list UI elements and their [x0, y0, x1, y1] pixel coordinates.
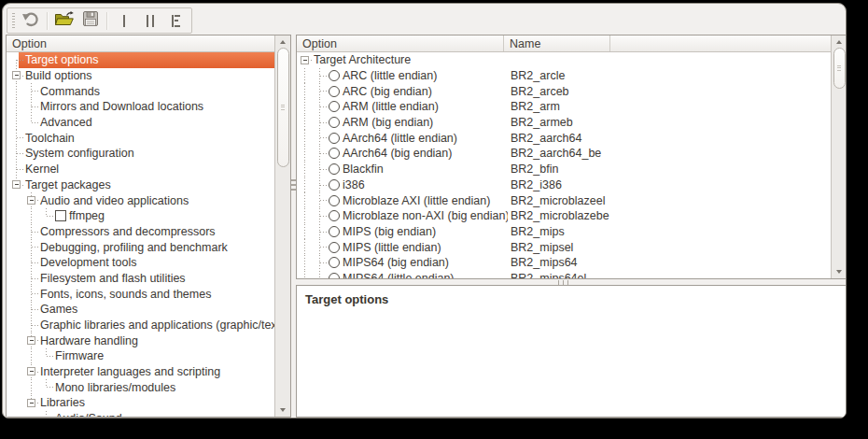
tree-row[interactable]: Fonts, icons, sounds and themes [7, 286, 274, 302]
tree-row[interactable]: ffmpeg [7, 208, 274, 224]
tree-row[interactable]: Compressors and decompressors [7, 224, 274, 240]
radio-icon[interactable] [329, 257, 340, 268]
tree-item-label: Mono libraries/modules [55, 381, 175, 394]
radio-icon[interactable] [329, 210, 340, 221]
tree-row[interactable]: MIPS (big endian)BR2_mips [297, 224, 831, 240]
tree-row[interactable]: ARC (big endian)BR2_arceb [297, 83, 831, 99]
column-header-name[interactable]: Name [504, 35, 610, 51]
full-view-button[interactable] [163, 9, 189, 32]
tree-row[interactable]: Mono libraries/modules [7, 379, 274, 395]
tree-row[interactable]: Microblaze non-AXI (big endian)BR2_micro… [297, 208, 831, 224]
tree-item-label: MIPS64 (little endian) [343, 272, 455, 278]
tree-item-label: ARC (little endian) [343, 69, 437, 82]
checkbox-icon[interactable] [55, 210, 66, 221]
horizontal-splitter[interactable] [558, 280, 571, 285]
tree-row[interactable]: Commands [7, 83, 274, 99]
tree-row[interactable]: MIPS (little endian)BR2_mipsel [297, 239, 831, 255]
save-button[interactable] [77, 9, 103, 32]
radio-icon[interactable] [329, 273, 340, 278]
vertical-splitter[interactable] [291, 179, 296, 192]
single-view-button[interactable] [111, 9, 136, 32]
tree-row[interactable]: AArch64 (big endian)BR2_aarch64_be [297, 146, 831, 162]
load-button[interactable] [51, 9, 77, 32]
tree-row[interactable]: ARM (big endian)BR2_armeb [297, 115, 831, 131]
tree-row[interactable]: Target options [7, 52, 274, 68]
tree-row[interactable]: Debugging, profiling and benchmark [7, 239, 274, 255]
tree-row[interactable]: Games [7, 302, 274, 318]
tree-item-label: ffmpeg [69, 209, 105, 222]
tree-row[interactable]: Audio/Sound [7, 411, 274, 417]
tree-row[interactable]: Advanced [7, 115, 274, 131]
architecture-tree: Target ArchitectureARC (little endian)BR… [297, 52, 831, 278]
scroll-down-icon[interactable] [280, 408, 286, 412]
scrollbar-thumb[interactable] [833, 48, 846, 89]
toolbar [7, 7, 192, 34]
collapse-icon[interactable] [12, 71, 21, 79]
tree-guide-line [319, 216, 320, 223]
tree-row[interactable]: Microblaze AXI (little endian)BR2_microb… [297, 192, 831, 208]
tree-guide-line [32, 91, 40, 92]
radio-icon[interactable] [329, 148, 340, 159]
back-button[interactable] [18, 9, 43, 32]
collapse-icon[interactable] [27, 399, 35, 407]
radio-icon[interactable] [329, 226, 340, 237]
radio-icon[interactable] [329, 117, 340, 128]
tree-guide-line [319, 185, 320, 192]
radio-icon[interactable] [329, 195, 340, 206]
scroll-down-icon[interactable] [836, 270, 842, 274]
tree-row[interactable]: Target Architecture [297, 52, 831, 68]
tree-row[interactable]: AArch64 (little endian)BR2_aarch64 [297, 130, 831, 146]
right-panel-scrollbar[interactable] [831, 35, 847, 278]
tree-row[interactable]: System configuration [7, 146, 274, 162]
tree-row[interactable]: ARM (little endian)BR2_arm [297, 99, 831, 115]
tree-row[interactable]: Build options [7, 68, 274, 84]
tree-row[interactable]: Filesystem and flash utilities [7, 271, 274, 287]
save-icon [82, 10, 99, 31]
tree-row[interactable]: Interpreter languages and scripting [7, 364, 274, 380]
tree-row[interactable]: Audio and video applications [7, 192, 274, 208]
split-view-button[interactable] [137, 9, 162, 32]
help-panel-title: Target options [297, 286, 847, 313]
radio-icon[interactable] [329, 163, 340, 175]
scroll-up-icon[interactable] [836, 40, 842, 44]
collapse-icon[interactable] [27, 367, 35, 375]
collapse-icon[interactable] [27, 196, 35, 205]
radio-icon[interactable] [329, 101, 340, 112]
column-header-option[interactable]: Option [297, 35, 504, 51]
tree-row[interactable]: i386BR2_i386 [297, 177, 831, 193]
tree-item-label: Firmware [55, 349, 104, 362]
tree-row[interactable]: Hardware handling [7, 333, 274, 348]
tree-row[interactable]: Kernel [7, 162, 274, 177]
toolbar-grip[interactable] [12, 13, 15, 28]
tree-row[interactable]: Libraries [7, 395, 274, 411]
radio-icon[interactable] [329, 70, 340, 81]
tree-guide-line [304, 146, 305, 162]
radio-icon[interactable] [329, 86, 340, 97]
split-view-icon [147, 15, 154, 27]
scrollbar-thumb[interactable] [277, 48, 289, 167]
tree-row[interactable]: BlackfinBR2_bfin [297, 162, 831, 177]
tree-row[interactable]: Target packages [7, 177, 274, 193]
tree-row[interactable]: Firmware [7, 348, 274, 364]
column-header-option[interactable]: Option [7, 35, 274, 51]
left-panel-scrollbar[interactable] [274, 35, 290, 417]
options-tree-panel: Option Target optionsBuild optionsComman… [6, 35, 291, 418]
tree-row[interactable]: Development tools [7, 255, 274, 271]
radio-icon[interactable] [329, 179, 340, 191]
collapse-icon[interactable] [12, 180, 21, 189]
radio-icon[interactable] [329, 133, 340, 144]
collapse-icon[interactable] [301, 56, 309, 64]
tree-row[interactable]: MIPS64 (little endian)BR2_mips64el [297, 271, 831, 278]
tree-row[interactable]: Graphic libraries and applications (grap… [7, 318, 274, 333]
tree-row[interactable]: Mirrors and Download locations [7, 99, 274, 115]
tree-guide-line [32, 262, 40, 263]
radio-icon[interactable] [329, 242, 340, 253]
tree-item-label: Interpreter languages and scripting [40, 365, 220, 378]
tree-row[interactable]: ARC (little endian)BR2_arcle [297, 68, 831, 84]
collapse-icon[interactable] [27, 336, 35, 345]
tree-row[interactable]: MIPS64 (big endian)BR2_mips64 [297, 255, 831, 271]
tree-guide-line [32, 309, 40, 310]
tree-guide-line [319, 76, 320, 83]
scroll-up-icon[interactable] [280, 40, 286, 44]
tree-row[interactable]: Toolchain [7, 130, 274, 146]
